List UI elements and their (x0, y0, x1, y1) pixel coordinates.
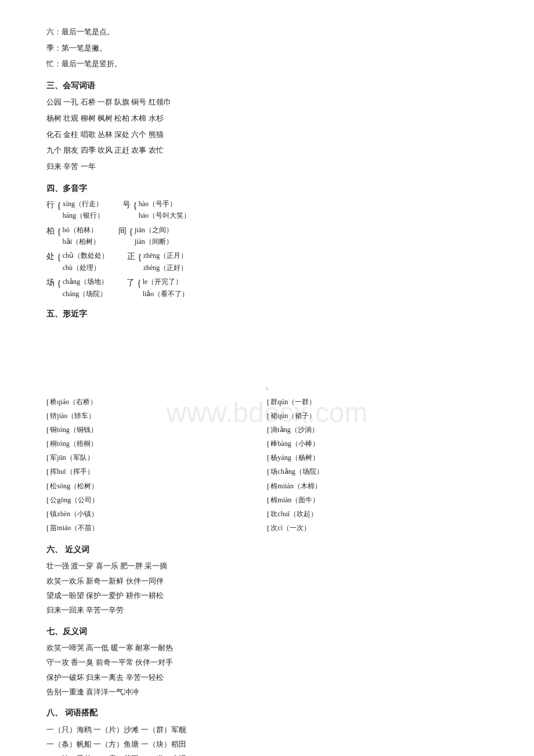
near-right-3: [ 棒bàng（小棒） (267, 438, 488, 451)
syn-row-3: 归来一回来 辛苦一辛劳 (46, 603, 488, 617)
poly-read-jian-0: jiān（之间） (135, 224, 173, 236)
section-seven-content: 欢笑一啼哭 高一低 暖一寒 耐寒一耐热 守一攻 香一臭 前奇一平常 伙伴一对手 … (46, 641, 488, 699)
section-three-content: 公园 一孔 石桥 一群 队旗 铜号 红领巾 杨树 壮观 柳树 枫树 松柏 木棉 … (46, 95, 488, 174)
poly-read-zheng-1: zhèng（正好） (143, 262, 188, 273)
near-chars-grid: [ 桥qiáo（右桥） [ 轿jiào（轿车） [ 铜tóng（铜钱） [ 桐t… (46, 395, 488, 535)
polyphonic-row-1: 行 { xíng（行走） háng（银行） 号 { hào（号手） háo（号叫… (46, 198, 488, 222)
note-liu: 六：最后一笔是点。 (46, 25, 488, 39)
near-left-7: [ 公gōng（公司） (46, 494, 267, 507)
poly-char-le: 了 (127, 276, 135, 290)
poly-readings-jian: jiān（之间） jiàn（间断） (135, 224, 173, 248)
poly-char-zheng: 正 (127, 250, 135, 264)
notes-section: 六：最后一笔是点。 季：第一笔是撇。 忙：最后一笔是竖折。 (46, 25, 488, 71)
near-right-2: [ 淌tǎng（沙淌） (267, 424, 488, 437)
near-right-5: [ 场chǎng（场院） (267, 466, 488, 478)
three-row-0: 公园 一孔 石桥 一群 队旗 铜号 红领巾 (46, 95, 488, 110)
note-ji: 季：第一笔是撇。 (46, 41, 488, 56)
near-left-1: [ 轿jiào（轿车） (46, 410, 267, 423)
near-left-9: [ 苗miáo（不苗） (46, 522, 267, 535)
poly-read-le-0: le（开完了） (143, 276, 189, 287)
poly-brace-bai: { (57, 224, 62, 241)
poly-read-bai-1: bǎi（柏树） (63, 236, 100, 247)
section-eight-title: 八、 词语搭配 (46, 705, 488, 720)
near-col-left: [ 桥qiáo（右桥） [ 轿jiào（轿车） [ 铜tóng（铜钱） [ 桐t… (46, 395, 267, 535)
section-four-content: 行 { xíng（行走） háng（银行） 号 { hào（号手） háo（号叫… (46, 198, 488, 300)
three-row-4: 归来 辛苦 一年 (46, 160, 488, 174)
ant-row-2: 保护一破坏 归来一离去 辛苦一轻松 (46, 671, 488, 684)
poly-char-chu: 处 (46, 250, 55, 264)
near-section-gap (46, 323, 488, 381)
near-right-1: [ 裙qún（裙子） (267, 410, 488, 423)
poly-readings-le: le（开完了） liǎo（看不了） (143, 276, 189, 300)
poly-read-le-1: liǎo（看不了） (143, 288, 189, 300)
near-left-0: [ 桥qiáo（右桥） (46, 396, 267, 409)
near-left-4: [ 军jūn（军队） (46, 452, 267, 465)
near-right-6: [ 棉miián（木棉） (267, 480, 488, 493)
poly-chu: 处 { chǔ（数处处） chù（处理） (46, 250, 109, 273)
section-eight-content: 一（只）海鸥 一（片）沙滩 一（群）军舰 一（条）帆船 一（方）鱼塘 一（块）稻… (46, 723, 488, 756)
poly-jian: 间 { jiān（之间） jiàn（间断） (118, 224, 173, 248)
near-right-4: [ 杨yáng（杨树） (267, 452, 488, 465)
near-left-3: [ 桐tóng（梧桐） (46, 438, 267, 451)
polyphonic-row-3: 处 { chǔ（数处处） chù（处理） 正 { zhēng（正月） zhèng… (46, 250, 488, 273)
poly-readings-hao: hào（号手） háo（号叫大笑） (139, 198, 190, 222)
poly-brace-chu: { (57, 250, 62, 267)
ant-row-0: 欢笑一啼哭 高一低 暖一寒 耐寒一耐热 (46, 641, 488, 654)
poly-readings-chang: chǎng（场地） cháng（场院） (63, 276, 108, 300)
poly-read-hang-0: xíng（行走） (63, 198, 104, 210)
section-five-title: 五、形近字 (46, 307, 488, 321)
page: www.bdocx.com 六：最后一笔是点。 季：第一笔是撇。 忙：最后一笔是… (0, 0, 534, 756)
poly-read-chu-1: chù（处理） (63, 262, 109, 273)
note-mang: 忙：最后一笔是竖折。 (46, 57, 488, 71)
poly-read-hao-0: hào（号手） (139, 198, 190, 210)
poly-read-chang-0: chǎng（场地） (63, 276, 108, 287)
ant-row-3: 告别一重逢 喜洋洋一气冲冲 (46, 685, 488, 699)
poly-read-jian-1: jiàn（间断） (135, 236, 173, 247)
poly-char-hang: 行 (46, 198, 55, 212)
poly-brace-hang: { (57, 198, 62, 215)
poly-hao: 号 { hào（号手） háo（号叫大笑） (122, 198, 190, 222)
poly-readings-hang: xíng（行走） háng（银行） (63, 198, 104, 222)
section-six-content: 壮一强 渡一穿 喜一乐 肥一胖 采一摘 欢笑一欢乐 新奇一新鲜 伙伴一同伴 望成… (46, 559, 488, 617)
poly-readings-chu: chǔ（数处处） chù（处理） (63, 250, 109, 273)
syn-row-2: 望成一盼望 保护一爱护 耕作一耕松 (46, 589, 488, 602)
poly-brace-hao: { (133, 198, 138, 215)
near-left-5: [ 挥huī（挥手） (46, 466, 267, 478)
near-col-right: [ 群qún（一群） [ 裙qún（裙子） [ 淌tǎng（沙淌） [ 棒bàn… (267, 395, 488, 535)
syn-row-0: 壮一强 渡一穿 喜一乐 肥一胖 采一摘 (46, 559, 488, 573)
poly-zheng: 正 { zhēng（正月） zhèng（正好） (127, 250, 187, 273)
colloc-row-1: 一（条）帆船 一（方）鱼塘 一（块）稻田 (46, 737, 488, 751)
poly-hang: 行 { xíng（行走） háng（银行） (46, 198, 104, 222)
poly-brace-chang: { (57, 276, 62, 293)
ant-row-1: 守一攻 香一臭 前奇一平常 伙伴一对手 (46, 656, 488, 669)
section-three-title: 三、会写词语 (46, 78, 488, 93)
poly-brace-jian: { (129, 224, 134, 241)
poly-chang: 场 { chǎng（场地） cháng（场院） (46, 276, 108, 300)
near-right-9: [ 次cì（一次） (267, 522, 488, 535)
poly-readings-bai: bó（柏林） bǎi（柏树） (63, 224, 100, 248)
near-left-6: [ 松sōng（松树） (46, 480, 267, 493)
poly-bai: 柏 { bó（柏林） bǎi（柏树） (46, 224, 100, 248)
colloc-row-2: 一（竿）毛竹 一（座）花园 一（道）小溪 (46, 752, 488, 756)
section-six-title: 六、 近义词 (46, 542, 488, 557)
near-left-8: [ 镇zhèn（小镇） (46, 508, 267, 521)
near-right-8: [ 吹chuī（吹起） (267, 508, 488, 521)
three-row-3: 九个 朋友 四季 吹风 正赶 农事 农忙 (46, 143, 488, 158)
poly-char-chang: 场 (46, 276, 55, 290)
near-right-7: [ 棉miàn（面牛） (267, 494, 488, 507)
near-left-2: [ 铜tóng（铜钱） (46, 424, 267, 437)
poly-char-hao: 号 (122, 198, 131, 212)
poly-read-chang-1: cháng（场院） (63, 288, 108, 300)
three-row-2: 化石 金柱 唱歌 丛林 深处 六个 熊猫 (46, 128, 488, 142)
poly-le: 了 { le（开完了） liǎo（看不了） (127, 276, 189, 300)
polyphonic-row-2: 柏 { bó（柏林） bǎi（柏树） 间 { jiān（之间） jiàn（间断） (46, 224, 488, 248)
near-right-0: [ 群qún（一群） (267, 396, 488, 409)
three-row-1: 杨树 壮观 柳树 枫树 松柏 木棉 水杉 (46, 111, 488, 126)
poly-read-hao-1: háo（号叫大笑） (139, 210, 190, 221)
poly-brace-zheng: { (138, 250, 142, 267)
polyphonic-row-4: 场 { chǎng（场地） cháng（场院） 了 { le（开完了） liǎo… (46, 276, 488, 300)
colloc-row-0: 一（只）海鸥 一（片）沙滩 一（群）军舰 (46, 723, 488, 736)
poly-read-chu-0: chǔ（数处处） (63, 250, 109, 261)
poly-char-jian: 间 (118, 224, 127, 238)
poly-brace-le: { (137, 276, 142, 293)
